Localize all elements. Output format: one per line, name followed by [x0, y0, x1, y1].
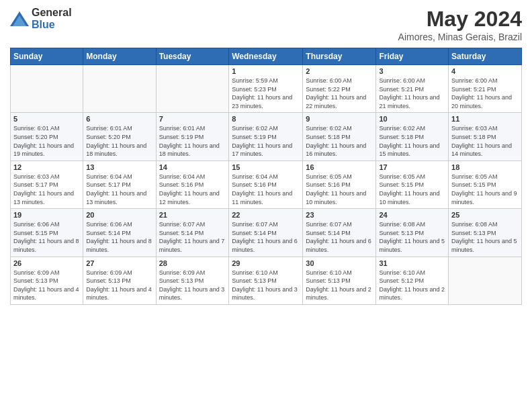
table-row	[83, 65, 156, 113]
day-info: Sunrise: 6:08 AM Sunset: 5:13 PM Dayligh…	[379, 220, 445, 254]
day-info: Sunrise: 6:07 AM Sunset: 5:14 PM Dayligh…	[306, 220, 373, 254]
day-info: Sunrise: 6:08 AM Sunset: 5:13 PM Dayligh…	[451, 220, 519, 254]
table-row: 10Sunrise: 6:02 AM Sunset: 5:18 PM Dayli…	[376, 113, 449, 161]
table-row: 12Sunrise: 6:03 AM Sunset: 5:17 PM Dayli…	[11, 161, 83, 208]
calendar-header-row: Sunday Monday Tuesday Wednesday Thursday…	[11, 48, 522, 65]
day-info: Sunrise: 6:10 AM Sunset: 5:13 PM Dayligh…	[306, 269, 373, 302]
table-row: 15Sunrise: 6:04 AM Sunset: 5:16 PM Dayli…	[229, 161, 303, 208]
day-info: Sunrise: 6:00 AM Sunset: 5:21 PM Dayligh…	[379, 77, 445, 110]
day-info: Sunrise: 6:03 AM Sunset: 5:18 PM Dayligh…	[451, 124, 519, 158]
day-number: 12	[13, 163, 80, 171]
day-info: Sunrise: 6:02 AM Sunset: 5:19 PM Dayligh…	[232, 124, 300, 158]
day-number: 1	[232, 67, 300, 75]
table-row: 3Sunrise: 6:00 AM Sunset: 5:21 PM Daylig…	[376, 65, 449, 113]
day-info: Sunrise: 6:01 AM Sunset: 5:19 PM Dayligh…	[159, 124, 226, 158]
table-row: 19Sunrise: 6:06 AM Sunset: 5:15 PM Dayli…	[11, 209, 83, 257]
table-row: 28Sunrise: 6:09 AM Sunset: 5:13 PM Dayli…	[156, 257, 229, 304]
logo: General Blue	[10, 7, 72, 31]
day-info: Sunrise: 6:00 AM Sunset: 5:21 PM Dayligh…	[451, 77, 519, 110]
day-number: 16	[306, 163, 373, 171]
table-row: 7Sunrise: 6:01 AM Sunset: 5:19 PM Daylig…	[156, 113, 229, 161]
table-row: 29Sunrise: 6:10 AM Sunset: 5:13 PM Dayli…	[229, 257, 303, 304]
table-row: 18Sunrise: 6:05 AM Sunset: 5:15 PM Dayli…	[449, 161, 522, 208]
day-number: 27	[86, 259, 152, 267]
calendar-week-4: 19Sunrise: 6:06 AM Sunset: 5:15 PM Dayli…	[11, 209, 522, 257]
day-info: Sunrise: 6:07 AM Sunset: 5:14 PM Dayligh…	[159, 220, 226, 254]
table-row: 17Sunrise: 6:05 AM Sunset: 5:15 PM Dayli…	[376, 161, 449, 208]
table-row: 5Sunrise: 6:01 AM Sunset: 5:20 PM Daylig…	[11, 113, 83, 161]
day-number: 8	[232, 115, 300, 123]
col-thursday: Thursday	[303, 48, 376, 65]
day-number: 6	[86, 115, 152, 123]
day-number: 21	[159, 211, 226, 219]
day-info: Sunrise: 6:10 AM Sunset: 5:13 PM Dayligh…	[232, 269, 300, 302]
col-sunday: Sunday	[11, 48, 83, 65]
table-row: 31Sunrise: 6:10 AM Sunset: 5:12 PM Dayli…	[376, 257, 449, 304]
day-info: Sunrise: 6:04 AM Sunset: 5:16 PM Dayligh…	[232, 173, 300, 206]
day-number: 4	[451, 67, 519, 75]
header: General Blue May 2024 Aimores, Minas Ger…	[10, 7, 522, 42]
day-number: 31	[379, 259, 445, 267]
day-info: Sunrise: 6:06 AM Sunset: 5:15 PM Dayligh…	[13, 220, 80, 254]
table-row: 23Sunrise: 6:07 AM Sunset: 5:14 PM Dayli…	[303, 209, 376, 257]
logo-blue: Blue	[32, 19, 55, 30]
location: Aimores, Minas Gerais, Brazil	[398, 32, 522, 42]
table-row: 21Sunrise: 6:07 AM Sunset: 5:14 PM Dayli…	[156, 209, 229, 257]
title-block: May 2024 Aimores, Minas Gerais, Brazil	[398, 7, 522, 42]
table-row: 24Sunrise: 6:08 AM Sunset: 5:13 PM Dayli…	[376, 209, 449, 257]
day-number: 26	[13, 259, 80, 267]
day-number: 20	[86, 211, 152, 219]
col-friday: Friday	[376, 48, 449, 65]
day-number: 22	[232, 211, 300, 219]
table-row: 27Sunrise: 6:09 AM Sunset: 5:13 PM Dayli…	[83, 257, 156, 304]
day-info: Sunrise: 6:04 AM Sunset: 5:17 PM Dayligh…	[86, 173, 152, 206]
day-info: Sunrise: 6:01 AM Sunset: 5:20 PM Dayligh…	[86, 124, 152, 158]
day-number: 18	[451, 163, 519, 171]
day-number: 29	[232, 259, 300, 267]
day-info: Sunrise: 6:07 AM Sunset: 5:14 PM Dayligh…	[232, 220, 300, 254]
table-row: 25Sunrise: 6:08 AM Sunset: 5:13 PM Dayli…	[449, 209, 522, 257]
day-info: Sunrise: 6:03 AM Sunset: 5:17 PM Dayligh…	[13, 173, 80, 206]
day-info: Sunrise: 6:05 AM Sunset: 5:15 PM Dayligh…	[379, 173, 445, 206]
table-row: 1Sunrise: 5:59 AM Sunset: 5:23 PM Daylig…	[229, 65, 303, 113]
table-row	[156, 65, 229, 113]
day-number: 15	[232, 163, 300, 171]
table-row: 30Sunrise: 6:10 AM Sunset: 5:13 PM Dayli…	[303, 257, 376, 304]
table-row: 11Sunrise: 6:03 AM Sunset: 5:18 PM Dayli…	[449, 113, 522, 161]
day-number: 14	[159, 163, 226, 171]
day-info: Sunrise: 6:02 AM Sunset: 5:18 PM Dayligh…	[379, 124, 445, 158]
day-info: Sunrise: 6:09 AM Sunset: 5:13 PM Dayligh…	[159, 269, 226, 302]
day-number: 13	[86, 163, 152, 171]
day-info: Sunrise: 6:05 AM Sunset: 5:15 PM Dayligh…	[451, 173, 519, 206]
day-number: 25	[451, 211, 519, 219]
day-info: Sunrise: 6:06 AM Sunset: 5:14 PM Dayligh…	[86, 220, 152, 254]
calendar-week-1: 1Sunrise: 5:59 AM Sunset: 5:23 PM Daylig…	[11, 65, 522, 113]
day-info: Sunrise: 6:09 AM Sunset: 5:13 PM Dayligh…	[13, 269, 80, 302]
day-number: 19	[13, 211, 80, 219]
table-row: 20Sunrise: 6:06 AM Sunset: 5:14 PM Dayli…	[83, 209, 156, 257]
day-number: 24	[379, 211, 445, 219]
day-number: 23	[306, 211, 373, 219]
day-number: 28	[159, 259, 226, 267]
day-number: 9	[306, 115, 373, 123]
day-number: 17	[379, 163, 445, 171]
day-info: Sunrise: 6:04 AM Sunset: 5:16 PM Dayligh…	[159, 173, 226, 206]
day-number: 30	[306, 259, 373, 267]
day-number: 10	[379, 115, 445, 123]
day-number: 5	[13, 115, 80, 123]
col-wednesday: Wednesday	[229, 48, 303, 65]
day-number: 2	[306, 67, 373, 75]
day-number: 11	[451, 115, 519, 123]
day-info: Sunrise: 6:09 AM Sunset: 5:13 PM Dayligh…	[86, 269, 152, 302]
col-saturday: Saturday	[449, 48, 522, 65]
logo-general: General	[32, 7, 72, 18]
day-number: 7	[159, 115, 226, 123]
day-info: Sunrise: 6:05 AM Sunset: 5:16 PM Dayligh…	[306, 173, 373, 206]
calendar-table: Sunday Monday Tuesday Wednesday Thursday…	[10, 48, 522, 305]
day-info: Sunrise: 6:10 AM Sunset: 5:12 PM Dayligh…	[379, 269, 445, 302]
table-row: 22Sunrise: 6:07 AM Sunset: 5:14 PM Dayli…	[229, 209, 303, 257]
day-info: Sunrise: 6:01 AM Sunset: 5:20 PM Dayligh…	[13, 124, 80, 158]
calendar-week-5: 26Sunrise: 6:09 AM Sunset: 5:13 PM Dayli…	[11, 257, 522, 304]
page: General Blue May 2024 Aimores, Minas Ger…	[0, 0, 532, 411]
table-row	[449, 257, 522, 304]
